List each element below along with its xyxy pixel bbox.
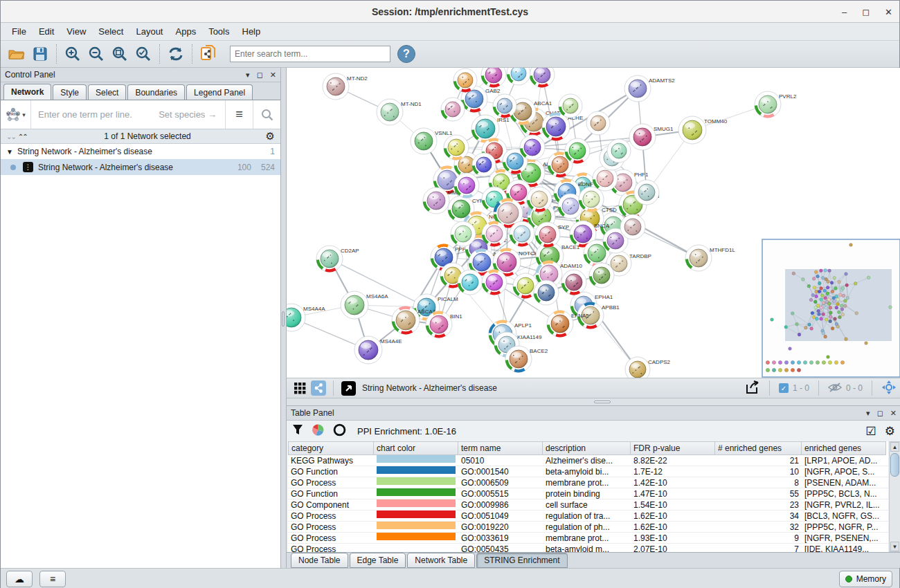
menu-select[interactable]: Select [93,24,129,39]
protein-node[interactable] [589,263,614,288]
table-scrollbar[interactable]: ▲ ▼ [889,441,900,552]
set-species-label[interactable]: Set species → [159,109,225,120]
network-canvas[interactable]: MT-ND2MT-ND1VSNL1GAB2ADAMTS2PVRL2TOMM40S… [287,68,900,378]
panel-float-icon[interactable]: ◻ [257,71,263,80]
cloud-jobs-button[interactable]: ☁ [6,571,33,587]
menu-edit[interactable]: Edit [33,24,60,39]
close-button[interactable]: ✕ [885,7,892,17]
zoom-fit-icon[interactable] [108,43,132,65]
protein-node[interactable] [481,68,506,87]
protein-node[interactable] [482,221,507,246]
birdseye-view[interactable] [762,239,900,377]
save-session-icon[interactable] [28,43,52,65]
protein-node[interactable] [559,94,582,118]
protein-node[interactable]: CD2AP [316,246,359,272]
tab-edge-table[interactable]: Edge Table [350,553,406,568]
protein-node[interactable] [530,68,555,87]
table-splitter[interactable] [287,398,900,405]
tab-network-table[interactable]: Network Table [407,553,475,568]
table-row[interactable]: GO ProcessGO:0019220regulation of ph...1… [288,522,888,533]
network-collection-row[interactable]: ▼ String Network - Alzheimer's disease 1 [1,144,280,159]
menu-tools[interactable]: Tools [203,24,235,39]
network-row[interactable]: ⋮ String Network - Alzheimer's disease 1… [1,159,280,175]
protein-node[interactable]: SMUG1 [629,124,674,150]
protein-node[interactable] [453,68,477,92]
tab-legend-panel[interactable]: Legend Panel [186,84,253,100]
minimize-button[interactable]: – [842,7,847,17]
birdseye-toggle-icon[interactable] [881,380,897,397]
table-row[interactable]: GO ProcessGO:0051049regulation of tra...… [288,511,888,522]
protein-node[interactable]: TOMM40 [678,116,728,144]
tab-network[interactable]: Network [3,84,51,100]
table-panel-close-icon[interactable]: ✕ [890,409,897,418]
table-row[interactable]: GO ComponentGO:0009986cell surface1.54E-… [288,499,888,511]
zoom-selected-icon[interactable] [132,43,155,65]
open-in-window-icon[interactable] [339,377,358,399]
protein-node[interactable]: MS4A4E [354,336,402,364]
menu-apps[interactable]: Apps [170,24,202,39]
menu-view[interactable]: View [61,24,91,39]
protein-node[interactable] [482,270,507,295]
column-header-description[interactable]: description [543,441,631,455]
protein-node[interactable] [579,187,604,212]
string-query-placeholder[interactable]: Enter one term per line. [31,109,159,120]
panel-splitter[interactable] [281,68,287,568]
table-row[interactable]: GO FunctionGO:0005515protein binding1.47… [288,488,888,499]
string-search-icon[interactable] [253,100,280,129]
protein-node[interactable] [458,270,483,295]
protein-node[interactable] [565,138,590,163]
protein-node[interactable]: MS4A6A [341,291,388,319]
table-panel-menu-icon[interactable]: ▾ [866,409,870,418]
tab-boundaries[interactable]: Boundaries [127,84,185,100]
scrollbar-thumb[interactable] [890,453,899,477]
help-icon[interactable]: ? [397,45,415,63]
protein-node[interactable] [451,221,476,246]
protein-node[interactable] [527,187,552,212]
protein-node[interactable] [607,139,631,163]
tab-style[interactable]: Style [53,84,87,100]
export-network-icon[interactable] [745,380,760,396]
scroll-down-icon[interactable]: ▼ [890,542,899,551]
panel-close-icon[interactable]: ✕ [270,71,276,80]
refresh-icon[interactable] [164,43,188,65]
table-panel-float-icon[interactable]: ◻ [877,409,883,418]
protein-node[interactable]: MS4A4A [287,304,325,331]
protein-node[interactable]: BACE2 [505,346,548,372]
column-header-FDR-p-value[interactable]: FDR p-value [631,441,715,455]
filter-icon[interactable] [292,424,303,439]
network-share-icon[interactable] [309,377,328,399]
tree-expand-icon[interactable]: ▼ [6,148,13,156]
network-options-gear-icon[interactable]: ⚙ [266,130,275,143]
ring-chart-icon[interactable] [333,423,346,439]
menu-file[interactable]: File [6,24,32,39]
expand-all-icon[interactable]: ⌄⌄ [6,133,15,140]
menu-help[interactable]: Help [237,24,267,39]
string-options-icon[interactable]: ≡ [225,100,253,129]
search-input[interactable] [230,46,390,62]
protein-node[interactable]: MT-ND1 [377,99,422,125]
protein-node[interactable]: CADPS2 [625,357,671,378]
protein-node[interactable] [441,98,465,121]
tab-select[interactable]: Select [88,84,126,100]
protein-node[interactable] [620,214,645,239]
protein-node[interactable] [634,180,659,205]
protein-node[interactable] [507,68,530,85]
zoom-in-icon[interactable] [61,43,84,65]
pie-chart-icon[interactable] [312,423,325,439]
open-session-icon[interactable] [5,43,28,65]
protein-node[interactable] [510,221,534,246]
protein-node[interactable] [444,135,469,160]
string-protein-query-button[interactable]: STRING ▾ [1,100,31,129]
scroll-up-icon[interactable]: ▲ [890,442,899,452]
task-history-button[interactable]: ≡ [39,571,66,587]
memory-button[interactable]: Memory [839,571,892,587]
column-header--enriched-genes[interactable]: # enriched genes [715,441,802,455]
column-header-chart-color[interactable]: chart color [374,441,458,455]
column-header-category[interactable]: category [288,441,374,455]
select-rows-checkbox-icon[interactable]: ☑ [866,424,876,439]
protein-node[interactable] [520,135,545,160]
protein-node[interactable] [454,173,479,198]
tab-node-table[interactable]: Node Table [291,553,348,568]
protein-node[interactable]: IRS1 [471,115,510,143]
protein-node[interactable] [493,94,516,118]
